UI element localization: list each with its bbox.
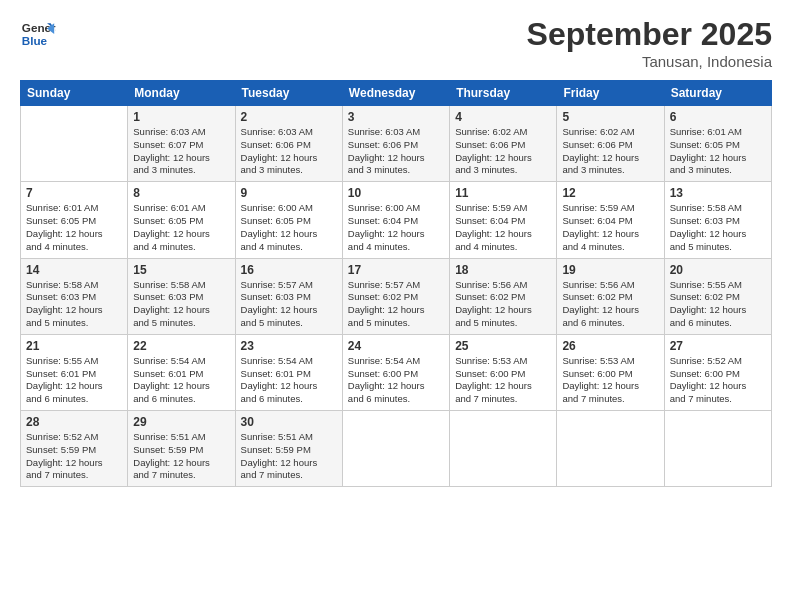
- day-info: Sunrise: 5:56 AM Sunset: 6:02 PM Dayligh…: [562, 279, 658, 330]
- day-info: Sunrise: 5:53 AM Sunset: 6:00 PM Dayligh…: [562, 355, 658, 406]
- day-number: 1: [133, 110, 229, 124]
- table-row: 3Sunrise: 6:03 AM Sunset: 6:06 PM Daylig…: [342, 106, 449, 182]
- day-info: Sunrise: 5:52 AM Sunset: 6:00 PM Dayligh…: [670, 355, 766, 406]
- day-number: 30: [241, 415, 337, 429]
- day-number: 18: [455, 263, 551, 277]
- day-number: 15: [133, 263, 229, 277]
- table-row: 15Sunrise: 5:58 AM Sunset: 6:03 PM Dayli…: [128, 258, 235, 334]
- table-row: 26Sunrise: 5:53 AM Sunset: 6:00 PM Dayli…: [557, 334, 664, 410]
- table-row: 2Sunrise: 6:03 AM Sunset: 6:06 PM Daylig…: [235, 106, 342, 182]
- day-info: Sunrise: 5:58 AM Sunset: 6:03 PM Dayligh…: [133, 279, 229, 330]
- page-header: General Blue September 2025 Tanusan, Ind…: [20, 16, 772, 70]
- day-number: 27: [670, 339, 766, 353]
- table-row: 7Sunrise: 6:01 AM Sunset: 6:05 PM Daylig…: [21, 182, 128, 258]
- day-number: 2: [241, 110, 337, 124]
- day-number: 13: [670, 186, 766, 200]
- table-row: [450, 411, 557, 487]
- table-row: 10Sunrise: 6:00 AM Sunset: 6:04 PM Dayli…: [342, 182, 449, 258]
- day-number: 26: [562, 339, 658, 353]
- logo: General Blue: [20, 16, 56, 52]
- header-wednesday: Wednesday: [342, 81, 449, 106]
- calendar-week-4: 21Sunrise: 5:55 AM Sunset: 6:01 PM Dayli…: [21, 334, 772, 410]
- table-row: 22Sunrise: 5:54 AM Sunset: 6:01 PM Dayli…: [128, 334, 235, 410]
- day-number: 3: [348, 110, 444, 124]
- table-row: 13Sunrise: 5:58 AM Sunset: 6:03 PM Dayli…: [664, 182, 771, 258]
- month-title: September 2025: [527, 16, 772, 53]
- table-row: 9Sunrise: 6:00 AM Sunset: 6:05 PM Daylig…: [235, 182, 342, 258]
- table-row: 17Sunrise: 5:57 AM Sunset: 6:02 PM Dayli…: [342, 258, 449, 334]
- table-row: 24Sunrise: 5:54 AM Sunset: 6:00 PM Dayli…: [342, 334, 449, 410]
- day-info: Sunrise: 5:51 AM Sunset: 5:59 PM Dayligh…: [133, 431, 229, 482]
- svg-text:Blue: Blue: [22, 34, 48, 47]
- table-row: [342, 411, 449, 487]
- table-row: 29Sunrise: 5:51 AM Sunset: 5:59 PM Dayli…: [128, 411, 235, 487]
- day-number: 25: [455, 339, 551, 353]
- day-number: 5: [562, 110, 658, 124]
- table-row: 25Sunrise: 5:53 AM Sunset: 6:00 PM Dayli…: [450, 334, 557, 410]
- day-info: Sunrise: 6:01 AM Sunset: 6:05 PM Dayligh…: [26, 202, 122, 253]
- calendar-header-row: Sunday Monday Tuesday Wednesday Thursday…: [21, 81, 772, 106]
- table-row: 6Sunrise: 6:01 AM Sunset: 6:05 PM Daylig…: [664, 106, 771, 182]
- header-saturday: Saturday: [664, 81, 771, 106]
- day-info: Sunrise: 5:56 AM Sunset: 6:02 PM Dayligh…: [455, 279, 551, 330]
- table-row: 4Sunrise: 6:02 AM Sunset: 6:06 PM Daylig…: [450, 106, 557, 182]
- day-number: 22: [133, 339, 229, 353]
- table-row: 28Sunrise: 5:52 AM Sunset: 5:59 PM Dayli…: [21, 411, 128, 487]
- table-row: 27Sunrise: 5:52 AM Sunset: 6:00 PM Dayli…: [664, 334, 771, 410]
- location-subtitle: Tanusan, Indonesia: [527, 53, 772, 70]
- calendar-week-2: 7Sunrise: 6:01 AM Sunset: 6:05 PM Daylig…: [21, 182, 772, 258]
- day-number: 9: [241, 186, 337, 200]
- day-info: Sunrise: 5:58 AM Sunset: 6:03 PM Dayligh…: [26, 279, 122, 330]
- day-info: Sunrise: 5:52 AM Sunset: 5:59 PM Dayligh…: [26, 431, 122, 482]
- calendar-week-3: 14Sunrise: 5:58 AM Sunset: 6:03 PM Dayli…: [21, 258, 772, 334]
- day-info: Sunrise: 5:57 AM Sunset: 6:03 PM Dayligh…: [241, 279, 337, 330]
- table-row: 23Sunrise: 5:54 AM Sunset: 6:01 PM Dayli…: [235, 334, 342, 410]
- table-row: [557, 411, 664, 487]
- header-friday: Friday: [557, 81, 664, 106]
- day-number: 23: [241, 339, 337, 353]
- day-info: Sunrise: 6:02 AM Sunset: 6:06 PM Dayligh…: [562, 126, 658, 177]
- day-info: Sunrise: 5:59 AM Sunset: 6:04 PM Dayligh…: [455, 202, 551, 253]
- calendar-table: Sunday Monday Tuesday Wednesday Thursday…: [20, 80, 772, 487]
- day-info: Sunrise: 5:55 AM Sunset: 6:02 PM Dayligh…: [670, 279, 766, 330]
- day-info: Sunrise: 6:00 AM Sunset: 6:05 PM Dayligh…: [241, 202, 337, 253]
- table-row: 1Sunrise: 6:03 AM Sunset: 6:07 PM Daylig…: [128, 106, 235, 182]
- title-block: September 2025 Tanusan, Indonesia: [527, 16, 772, 70]
- table-row: 20Sunrise: 5:55 AM Sunset: 6:02 PM Dayli…: [664, 258, 771, 334]
- day-info: Sunrise: 5:55 AM Sunset: 6:01 PM Dayligh…: [26, 355, 122, 406]
- day-info: Sunrise: 5:54 AM Sunset: 6:01 PM Dayligh…: [133, 355, 229, 406]
- day-number: 19: [562, 263, 658, 277]
- day-number: 6: [670, 110, 766, 124]
- day-number: 12: [562, 186, 658, 200]
- day-info: Sunrise: 6:03 AM Sunset: 6:07 PM Dayligh…: [133, 126, 229, 177]
- day-info: Sunrise: 6:01 AM Sunset: 6:05 PM Dayligh…: [670, 126, 766, 177]
- table-row: 8Sunrise: 6:01 AM Sunset: 6:05 PM Daylig…: [128, 182, 235, 258]
- day-number: 20: [670, 263, 766, 277]
- day-number: 14: [26, 263, 122, 277]
- day-info: Sunrise: 6:00 AM Sunset: 6:04 PM Dayligh…: [348, 202, 444, 253]
- header-monday: Monday: [128, 81, 235, 106]
- day-number: 11: [455, 186, 551, 200]
- day-info: Sunrise: 5:57 AM Sunset: 6:02 PM Dayligh…: [348, 279, 444, 330]
- table-row: 11Sunrise: 5:59 AM Sunset: 6:04 PM Dayli…: [450, 182, 557, 258]
- table-row: 5Sunrise: 6:02 AM Sunset: 6:06 PM Daylig…: [557, 106, 664, 182]
- day-number: 4: [455, 110, 551, 124]
- header-thursday: Thursday: [450, 81, 557, 106]
- calendar-week-5: 28Sunrise: 5:52 AM Sunset: 5:59 PM Dayli…: [21, 411, 772, 487]
- header-tuesday: Tuesday: [235, 81, 342, 106]
- day-number: 7: [26, 186, 122, 200]
- day-info: Sunrise: 5:59 AM Sunset: 6:04 PM Dayligh…: [562, 202, 658, 253]
- day-info: Sunrise: 5:54 AM Sunset: 6:00 PM Dayligh…: [348, 355, 444, 406]
- table-row: 18Sunrise: 5:56 AM Sunset: 6:02 PM Dayli…: [450, 258, 557, 334]
- table-row: 21Sunrise: 5:55 AM Sunset: 6:01 PM Dayli…: [21, 334, 128, 410]
- table-row: 16Sunrise: 5:57 AM Sunset: 6:03 PM Dayli…: [235, 258, 342, 334]
- header-sunday: Sunday: [21, 81, 128, 106]
- day-info: Sunrise: 5:51 AM Sunset: 5:59 PM Dayligh…: [241, 431, 337, 482]
- day-number: 24: [348, 339, 444, 353]
- day-number: 17: [348, 263, 444, 277]
- table-row: 12Sunrise: 5:59 AM Sunset: 6:04 PM Dayli…: [557, 182, 664, 258]
- day-number: 8: [133, 186, 229, 200]
- day-number: 21: [26, 339, 122, 353]
- day-info: Sunrise: 6:02 AM Sunset: 6:06 PM Dayligh…: [455, 126, 551, 177]
- day-info: Sunrise: 6:01 AM Sunset: 6:05 PM Dayligh…: [133, 202, 229, 253]
